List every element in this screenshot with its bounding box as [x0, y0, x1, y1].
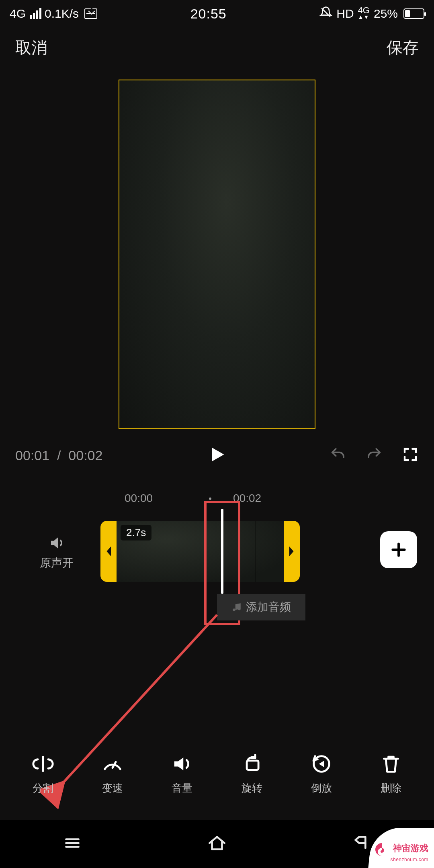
- reverse-icon: [310, 752, 333, 776]
- battery-icon: [403, 8, 424, 19]
- cancel-button[interactable]: 取消: [15, 37, 47, 59]
- playhead[interactable]: [221, 509, 223, 594]
- fullscreen-button[interactable]: [402, 446, 419, 465]
- data-label: 4G▲▼: [358, 8, 370, 20]
- save-button[interactable]: 保存: [387, 37, 419, 59]
- ruler-start: 00:00: [125, 492, 153, 505]
- sound-label: 原声开: [40, 555, 74, 571]
- undo-button[interactable]: [330, 446, 346, 465]
- current-time: 00:01: [15, 448, 49, 463]
- clock: 20:55: [97, 6, 319, 22]
- watermark-sub: shenzhoum.com: [390, 857, 428, 862]
- status-right: HD 4G▲▼ 25%: [319, 6, 424, 22]
- add-clip-button[interactable]: [380, 531, 417, 568]
- nav-home-button[interactable]: [206, 832, 228, 856]
- video-clip[interactable]: 2.7s: [100, 521, 300, 582]
- plus-icon: [390, 541, 407, 559]
- redo-button[interactable]: [366, 446, 383, 465]
- add-audio-label: 添加音频: [246, 600, 291, 615]
- video-preview[interactable]: [119, 80, 315, 429]
- data-speed: 0.1K/s: [45, 7, 79, 20]
- time-display: 00:01 / 00:02: [15, 448, 102, 463]
- clip-duration-badge: 2.7s: [121, 525, 151, 540]
- trim-handle-right[interactable]: [284, 521, 300, 582]
- hd-label: HD: [336, 7, 354, 20]
- battery-pct: 25%: [374, 7, 398, 20]
- svg-rect-1: [247, 760, 258, 770]
- tool-rotate[interactable]: 旋转: [240, 752, 264, 795]
- tool-speed[interactable]: 变速: [101, 752, 124, 795]
- ruler-tick: [209, 497, 211, 500]
- mail-icon: [84, 8, 97, 19]
- trash-icon: [379, 752, 403, 776]
- status-bar: 4G 0.1K/s 20:55 HD 4G▲▼ 25%: [0, 0, 434, 27]
- rotate-icon: [240, 752, 264, 776]
- split-icon: [31, 752, 55, 776]
- speaker-icon: [48, 534, 65, 551]
- tool-split[interactable]: 分割: [31, 752, 55, 795]
- timeline-area: 原声开 2.7s 添加音频: [0, 514, 434, 682]
- tool-reverse[interactable]: 倒放: [310, 752, 333, 795]
- tool-delete[interactable]: 删除: [379, 752, 403, 795]
- tool-volume[interactable]: 音量: [170, 752, 194, 795]
- preview-area: [0, 80, 434, 429]
- add-audio-button[interactable]: 添加音频: [217, 594, 305, 620]
- nav-menu-button[interactable]: [61, 832, 84, 856]
- top-actions: 取消 保存: [0, 27, 434, 68]
- watermark-text: 神宙游戏: [393, 842, 428, 854]
- signal-icon: [30, 8, 41, 19]
- trim-handle-left[interactable]: [100, 521, 117, 582]
- volume-icon: [170, 752, 194, 776]
- music-note-icon: [231, 602, 242, 612]
- play-button[interactable]: [206, 444, 227, 467]
- watermark: 神宙游戏 shenzhoum.com: [370, 830, 434, 868]
- playback-controls: 00:01 / 00:02: [0, 429, 434, 473]
- status-left: 4G 0.1K/s: [10, 7, 97, 20]
- clip-thumbnail[interactable]: 2.7s: [117, 521, 284, 582]
- original-sound-toggle[interactable]: 原声开: [35, 534, 79, 571]
- network-label: 4G: [10, 7, 26, 20]
- dnd-icon: [319, 6, 332, 22]
- total-time: 00:02: [68, 448, 102, 463]
- toolbar: 分割 变速 音量 旋转 倒放 删除: [0, 739, 434, 808]
- speedometer-icon: [101, 752, 124, 776]
- watermark-logo-icon: [374, 841, 390, 858]
